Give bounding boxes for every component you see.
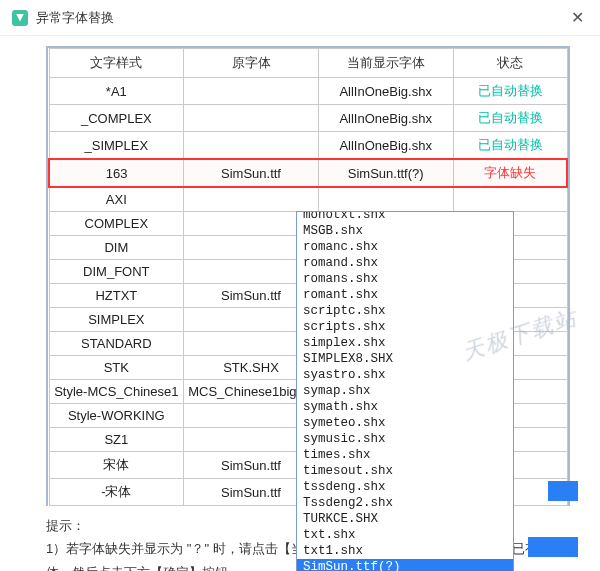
cell-orig	[184, 132, 319, 160]
table-row[interactable]: _SIMPLEXAllInOneBig.shx已自动替换	[49, 132, 567, 160]
cell-style: DIM	[49, 236, 184, 260]
button-fragment-a[interactable]	[548, 481, 578, 501]
cell-style: HZTXT	[49, 284, 184, 308]
cell-status: 字体缺失	[453, 159, 567, 187]
cell-style: 163	[49, 159, 184, 187]
cell-status: 已自动替换	[453, 105, 567, 132]
dropdown-option[interactable]: scriptc.shx	[297, 303, 513, 319]
col-current: 当前显示字体	[318, 49, 453, 78]
table-row[interactable]: *A1AllInOneBig.shx已自动替换	[49, 78, 567, 105]
cell-style: STANDARD	[49, 332, 184, 356]
cell-style: DIM_FONT	[49, 260, 184, 284]
app-icon	[12, 10, 28, 26]
dropdown-option[interactable]: syastro.shx	[297, 367, 513, 383]
cell-current[interactable]: AllInOneBig.shx	[318, 105, 453, 132]
dropdown-option[interactable]: romant.shx	[297, 287, 513, 303]
cell-current[interactable]: AllInOneBig.shx	[318, 132, 453, 160]
cell-style: STK	[49, 356, 184, 380]
dropdown-option[interactable]: romand.shx	[297, 255, 513, 271]
cell-style: *A1	[49, 78, 184, 105]
cell-style: COMPLEX	[49, 212, 184, 236]
dropdown-option[interactable]: MSGB.shx	[297, 223, 513, 239]
dropdown-option[interactable]: TURKCE.SHX	[297, 511, 513, 527]
dropdown-option[interactable]: times.shx	[297, 447, 513, 463]
dropdown-option[interactable]: symap.shx	[297, 383, 513, 399]
table-row[interactable]: _COMPLEXAllInOneBig.shx已自动替换	[49, 105, 567, 132]
dropdown-option[interactable]: SimSun.ttf(?)	[297, 559, 513, 571]
cell-orig: SimSun.ttf	[184, 159, 319, 187]
button-fragment-b[interactable]	[528, 537, 578, 557]
cell-current[interactable]: AllInOneBig.shx	[318, 78, 453, 105]
dropdown-option[interactable]: txt.shx	[297, 527, 513, 543]
table-header-row: 文字样式 原字体 当前显示字体 状态	[49, 49, 567, 78]
dropdown-option[interactable]: romans.shx	[297, 271, 513, 287]
cell-style: _SIMPLEX	[49, 132, 184, 160]
cell-style: Style-MCS_Chinese1	[49, 380, 184, 404]
dropdown-option[interactable]: symath.shx	[297, 399, 513, 415]
dropdown-option[interactable]: monotxt.shx	[297, 211, 513, 223]
cell-current[interactable]: SimSun.ttf(?)	[318, 159, 453, 187]
dropdown-option[interactable]: timesout.shx	[297, 463, 513, 479]
cell-status: 已自动替换	[453, 78, 567, 105]
cell-current[interactable]	[318, 187, 453, 212]
cell-orig	[184, 105, 319, 132]
table-row[interactable]: AXI	[49, 187, 567, 212]
dropdown-option[interactable]: txt1.shx	[297, 543, 513, 559]
cell-style: -宋体	[49, 479, 184, 506]
table-row[interactable]: 163SimSun.ttfSimSun.ttf(?)字体缺失	[49, 159, 567, 187]
font-dropdown[interactable]: isoct.shxisoct2.shxisoct3.shxitalic.shxi…	[296, 211, 514, 571]
cell-status	[453, 187, 567, 212]
cell-style: Style-WORKING	[49, 404, 184, 428]
titlebar: 异常字体替换 ✕	[0, 0, 600, 36]
cell-style: 宋体	[49, 452, 184, 479]
close-icon[interactable]: ✕	[567, 8, 588, 27]
dropdown-option[interactable]: SIMPLEX8.SHX	[297, 351, 513, 367]
dropdown-option[interactable]: symusic.shx	[297, 431, 513, 447]
cell-style: _COMPLEX	[49, 105, 184, 132]
col-orig: 原字体	[184, 49, 319, 78]
dropdown-option[interactable]: scripts.shx	[297, 319, 513, 335]
col-style: 文字样式	[49, 49, 184, 78]
dropdown-option[interactable]: romanc.shx	[297, 239, 513, 255]
dropdown-option[interactable]: simplex.shx	[297, 335, 513, 351]
cell-style: AXI	[49, 187, 184, 212]
dropdown-option[interactable]: symeteo.shx	[297, 415, 513, 431]
cell-orig	[184, 78, 319, 105]
col-status: 状态	[453, 49, 567, 78]
cell-status: 已自动替换	[453, 132, 567, 160]
cell-orig	[184, 187, 319, 212]
dropdown-option[interactable]: tssdeng.shx	[297, 479, 513, 495]
cell-style: SIMPLEX	[49, 308, 184, 332]
dropdown-option[interactable]: Tssdeng2.shx	[297, 495, 513, 511]
window-title: 异常字体替换	[36, 9, 567, 27]
cell-style: SZ1	[49, 428, 184, 452]
